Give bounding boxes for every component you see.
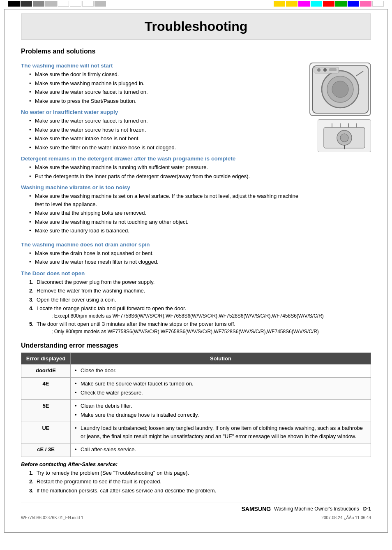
table-row: UE Laundry load is unbalanced; loosen an…	[21, 422, 371, 443]
list-item: Make sure the drain hose is not squashed…	[29, 249, 371, 258]
list-item: Make sure that the shipping bolts are re…	[29, 209, 301, 217]
table-row: 4E Make sure the source water faucet is …	[21, 378, 371, 400]
washer-diagram	[309, 63, 371, 116]
top-bar	[0, 0, 392, 7]
solution-cell: Clean the debris filter. Make sure the d…	[71, 400, 371, 422]
footer-brand: SAMSUNG	[241, 506, 271, 512]
list-item: Close the door.	[75, 367, 367, 375]
problem-2-list: Make sure the water source faucet is tur…	[21, 117, 301, 151]
list-item: Make sure the filter on the water intake…	[29, 144, 301, 152]
list-item: Make sure the water source faucet is tur…	[29, 117, 301, 125]
solution-cell: Laundry load is unbalanced; loosen any t…	[71, 422, 371, 443]
list-item: Try to remedy the problem (See "Troubles…	[29, 469, 371, 477]
color-block-3	[33, 1, 44, 7]
content-right	[305, 58, 371, 237]
doc-id: WF7750S6-02376K-01_EN.indd 1	[21, 515, 83, 520]
list-item: Check the water pressure.	[75, 389, 367, 397]
list-item: Clean the debris filter.	[75, 402, 367, 410]
top-bar-left	[0, 0, 274, 7]
error-table: Error displayed Solution door/dE Close t…	[21, 353, 371, 457]
color-block-pink	[360, 1, 371, 7]
list-item: Make sure the door is firmly closed.	[29, 70, 301, 79]
list-item: Make sure the washing machine is running…	[29, 163, 301, 172]
color-block-2	[21, 1, 32, 7]
list-item: Make sure to press the Start/Pause butto…	[29, 97, 301, 105]
svg-point-7	[323, 68, 327, 72]
color-block-yellow2	[286, 1, 297, 7]
svg-point-6	[317, 68, 321, 72]
problem-4-heading: Washing machine vibrates or is too noisy	[21, 184, 301, 190]
problem-3-heading: Detergent remains in the detergent drawe…	[21, 155, 301, 162]
table-row: cE / 3E Call after-sales service.	[21, 443, 371, 457]
solution-col-header: Solution	[71, 353, 371, 364]
problem-5-heading: The washing machine does not drain and/o…	[21, 241, 371, 248]
problem-1-list: Make sure the door is firmly closed. Mak…	[21, 70, 301, 105]
error-code: 4E	[21, 378, 71, 400]
footer-doc-info: WF7750S6-02376K-01_EN.indd 1 2007-08-24 …	[21, 514, 371, 520]
svg-point-3	[332, 81, 348, 97]
problem-4-list: Make sure the washing machine is set on …	[21, 192, 301, 235]
error-code: UE	[21, 422, 71, 443]
note-4: ; Except 800rpm models as WF7758S6(W/V/S…	[37, 313, 371, 320]
list-item: Make sure the water hose mesh filter is …	[29, 258, 371, 266]
color-block-magenta	[298, 1, 310, 7]
list-item: Make sure the laundry load is balanced.	[29, 227, 301, 235]
problem-6-heading: The Door does not open	[21, 270, 371, 276]
drain-filter-svg	[320, 121, 369, 150]
list-item: Locate the orange plastic tab and pull f…	[29, 304, 371, 319]
page-number: D-1	[363, 506, 371, 512]
list-item: If the malfunction persists, call after-…	[29, 487, 371, 495]
before-service-list: Try to remedy the problem (See "Troubles…	[21, 469, 371, 495]
svg-point-11	[340, 134, 348, 142]
color-block-4	[45, 1, 57, 7]
list-item: Make sure the drainage hose is installed…	[75, 411, 367, 419]
problems-section-heading: Problems and solutions	[21, 48, 371, 55]
before-service-section: Before contacting After-Sales service: T…	[21, 461, 371, 495]
color-block-blue	[348, 1, 359, 7]
page: Troubleshooting Problems and solutions T…	[0, 0, 392, 550]
color-block-5	[58, 1, 69, 7]
solution-cell: Call after-sales service.	[71, 443, 371, 457]
color-block-green	[335, 1, 347, 7]
error-section-heading: Understanding error messages	[21, 342, 371, 349]
solution-cell: Make sure the source water faucet is tur…	[71, 378, 371, 400]
color-block-w1	[372, 1, 384, 7]
list-item: Open the filter cover using a coin.	[29, 296, 371, 304]
color-block-1	[8, 1, 20, 7]
list-item: Make sure the washing machine is set on …	[29, 192, 301, 208]
footer-bar: SAMSUNG Washing Machine Owner's Instruct…	[21, 503, 371, 512]
list-item: The door will not open until 3 minutes a…	[29, 320, 371, 335]
color-blocks-left	[8, 1, 106, 7]
problem-5-list: Make sure the drain hose is not squashed…	[21, 249, 371, 266]
problem-6-list: Disconnect the power plug from the power…	[21, 278, 371, 335]
list-item: Make sure the washing machine is not tou…	[29, 218, 301, 226]
list-item: Make sure the source water faucet is tur…	[75, 380, 367, 388]
color-block-7	[82, 1, 94, 7]
list-item: Make sure the washing machine is plugged…	[29, 79, 301, 88]
footer-description: Washing Machine Owner's Instructions	[274, 506, 359, 512]
page-title-box: Troubleshooting	[21, 14, 371, 39]
page-title: Troubleshooting	[145, 19, 248, 34]
list-item: Put the detergents in the inner parts of…	[29, 172, 301, 181]
before-service-title: Before contacting After-Sales service:	[21, 461, 371, 467]
list-item: Remove the water from the washing machin…	[29, 287, 371, 295]
color-block-6	[70, 1, 81, 7]
list-item: Restart the programme to see if the faul…	[29, 478, 371, 486]
error-code: cE / 3E	[21, 443, 71, 457]
drain-filter-diagram	[318, 119, 371, 152]
table-row: 5E Clean the debris filter. Make sure th…	[21, 400, 371, 422]
content-left: The washing machine will not start Make …	[21, 58, 301, 237]
svg-rect-8	[329, 68, 337, 71]
table-row: door/dE Close the door.	[21, 364, 371, 378]
color-blocks-right	[274, 1, 384, 7]
color-block-cyan	[311, 1, 322, 7]
main-layout: The washing machine will not start Make …	[21, 58, 371, 237]
list-item: Make sure the water source hose is not f…	[29, 126, 301, 134]
error-code: door/dE	[21, 364, 71, 378]
top-bar-right	[274, 0, 392, 7]
error-col-header: Error displayed	[21, 353, 71, 364]
doc-date: 2007-08-24 ¿ÃÀü 11:06:44	[321, 515, 371, 520]
color-block-yellow	[274, 1, 285, 7]
list-item: Make sure the water intake hose is not b…	[29, 135, 301, 143]
outer-border: Troubleshooting Problems and solutions T…	[4, 9, 388, 533]
